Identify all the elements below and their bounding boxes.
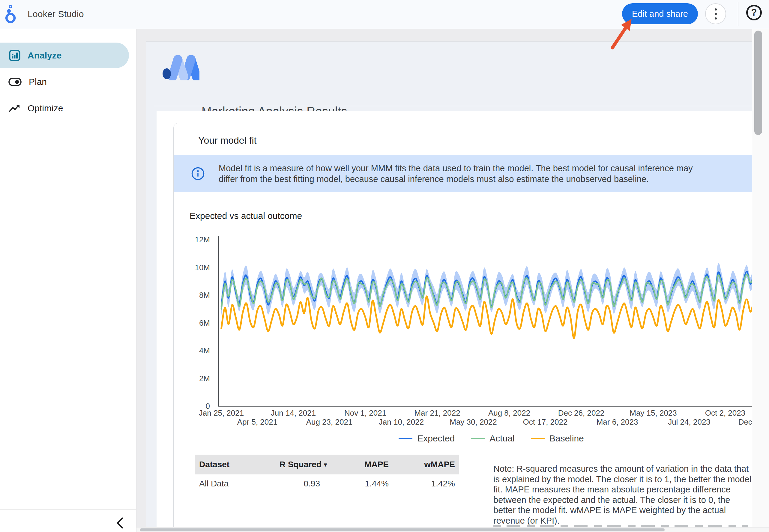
svg-text:10M: 10M (195, 263, 210, 272)
trending-up-icon (8, 103, 20, 113)
svg-text:8M: 8M (199, 291, 210, 300)
svg-text:May 30, 2022: May 30, 2022 (450, 417, 497, 426)
cell-mape: 1.44% (327, 479, 394, 489)
svg-text:May 15, 2023: May 15, 2023 (630, 408, 677, 417)
svg-text:Jun 14, 2021: Jun 14, 2021 (271, 408, 316, 417)
collapse-sidebar-button[interactable] (112, 515, 128, 532)
svg-text:Dec 26, 2022: Dec 26, 2022 (558, 408, 605, 417)
kebab-dot-icon (715, 13, 717, 15)
note-text: Note: R-squared measures the amount of v… (493, 464, 752, 526)
expected-line-swatch-icon (399, 438, 412, 439)
edit-and-share-label: Edit and share (632, 9, 688, 19)
info-banner: Model fit is a measure of how well your … (174, 155, 752, 192)
svg-text:Aug 23, 2021: Aug 23, 2021 (306, 417, 353, 426)
chart-legend: Expected Actual Baseline (341, 433, 641, 444)
legend-item-expected[interactable]: Expected (399, 433, 455, 444)
clipped-next-paragraph (493, 525, 748, 527)
vertical-scrollbar-thumb[interactable] (754, 31, 762, 135)
chart-title: Expected vs actual outcome (190, 211, 302, 221)
top-bar: Looker Studio Edit and share ? (0, 0, 769, 29)
svg-text:Oct 17, 2022: Oct 17, 2022 (523, 417, 568, 426)
column-header-label: R Squared (280, 460, 322, 469)
sort-desc-icon: ▾ (324, 461, 327, 468)
sidebar-item-label: Optimize (28, 103, 63, 113)
svg-text:Aug 8, 2022: Aug 8, 2022 (488, 408, 530, 417)
column-header-r-squared[interactable]: R Squared ▾ (276, 460, 327, 469)
topbar-divider (738, 2, 738, 26)
question-mark-icon: ? (751, 7, 757, 18)
table-empty-row (195, 493, 459, 509)
kebab-dot-icon (715, 8, 717, 10)
looker-studio-logo-icon (5, 4, 21, 24)
svg-text:Jan 10, 2022: Jan 10, 2022 (379, 417, 424, 426)
sidebar-item-label: Analyze (28, 50, 61, 61)
sidebar-item-label: Plan (29, 77, 47, 87)
svg-text:Jul 24, 2023: Jul 24, 2023 (668, 417, 711, 426)
info-banner-text: Model fit is a measure of how well your … (219, 163, 708, 185)
svg-text:Oct 2, 2023: Oct 2, 2023 (705, 408, 745, 417)
edit-and-share-button[interactable]: Edit and share (622, 3, 698, 24)
legend-label: Actual (489, 433, 514, 444)
card-title: Your model fit (198, 135, 256, 146)
app-title: Looker Studio (28, 9, 84, 19)
sidebar-item-optimize[interactable]: Optimize (0, 99, 129, 117)
legend-label: Baseline (549, 433, 584, 444)
actual-line-swatch-icon (471, 438, 485, 439)
column-header-dataset[interactable]: Dataset (195, 460, 276, 469)
sidebar-divider (0, 509, 136, 510)
help-button[interactable]: ? (746, 5, 762, 20)
cell-r-squared: 0.93 (276, 479, 327, 489)
baseline-line-swatch-icon (531, 438, 545, 439)
column-header-mape[interactable]: MAPE (327, 460, 394, 469)
legend-label: Expected (417, 433, 455, 444)
sidebar-item-plan[interactable]: Plan (0, 73, 129, 91)
info-icon (191, 167, 205, 181)
svg-text:2M: 2M (199, 374, 210, 383)
svg-text:Dec 11, 2023: Dec 11, 2023 (738, 417, 752, 426)
table-header-row: Dataset R Squared ▾ MAPE wMAPE (195, 455, 459, 474)
svg-text:12M: 12M (195, 235, 210, 244)
legend-item-baseline[interactable]: Baseline (531, 433, 584, 444)
svg-text:Jan 25, 2021: Jan 25, 2021 (199, 408, 244, 417)
column-header-wmape[interactable]: wMAPE (394, 460, 459, 469)
kebab-dot-icon (715, 17, 717, 19)
legend-item-actual[interactable]: Actual (471, 433, 514, 444)
svg-text:6M: 6M (199, 318, 210, 327)
svg-text:Nov 1, 2021: Nov 1, 2021 (344, 408, 386, 417)
bar-chart-icon (9, 50, 20, 61)
svg-text:Mar 21, 2022: Mar 21, 2022 (414, 408, 460, 417)
vertical-scrollbar[interactable] (752, 29, 769, 532)
cell-dataset: All Data (195, 479, 276, 489)
model-fit-table: Dataset R Squared ▾ MAPE wMAPE All Data … (195, 455, 459, 509)
sidebar-item-analyze[interactable]: Analyze (0, 43, 129, 68)
cell-wmape: 1.42% (394, 479, 459, 489)
expected-vs-actual-chart[interactable]: 12M10M8M6M4M2M0Jan 25, 2021Apr 5, 2021Ju… (150, 228, 752, 456)
more-options-button[interactable] (705, 3, 726, 24)
toggle-icon (8, 78, 22, 86)
horizontal-scrollbar-thumb[interactable] (140, 528, 665, 531)
sidebar: Analyze Plan Optimize (0, 29, 136, 532)
horizontal-scrollbar[interactable] (136, 527, 769, 532)
svg-text:Mar 6, 2023: Mar 6, 2023 (597, 417, 638, 426)
svg-text:4M: 4M (199, 346, 210, 355)
chevron-left-icon (115, 516, 125, 530)
meridian-logo-icon (162, 55, 199, 80)
svg-text:Apr 5, 2021: Apr 5, 2021 (237, 417, 277, 426)
report-viewport: Marketing Analysis Results Your model fi… (146, 41, 752, 527)
table-row[interactable]: All Data 0.93 1.44% 1.42% (195, 474, 459, 493)
